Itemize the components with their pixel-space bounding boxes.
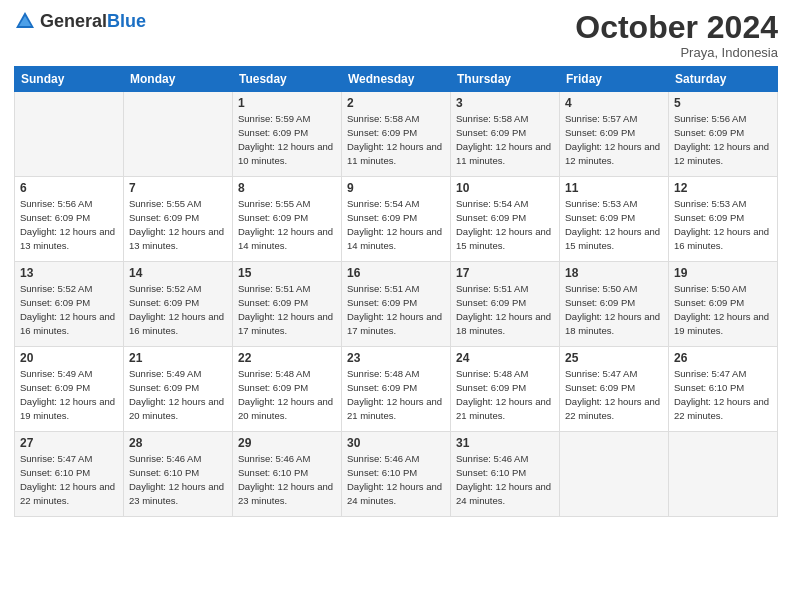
table-row: 6 Sunrise: 5:56 AMSunset: 6:09 PMDayligh… [15,177,124,262]
title-block: October 2024 Praya, Indonesia [575,10,778,60]
day-info: Sunrise: 5:51 AMSunset: 6:09 PMDaylight:… [238,283,333,335]
day-info: Sunrise: 5:58 AMSunset: 6:09 PMDaylight:… [456,113,551,165]
day-info: Sunrise: 5:55 AMSunset: 6:09 PMDaylight:… [129,198,224,250]
logo-general: General [40,11,107,31]
day-number: 23 [347,351,445,365]
day-info: Sunrise: 5:47 AMSunset: 6:09 PMDaylight:… [565,368,660,420]
table-row: 15 Sunrise: 5:51 AMSunset: 6:09 PMDaylig… [233,262,342,347]
table-row: 13 Sunrise: 5:52 AMSunset: 6:09 PMDaylig… [15,262,124,347]
day-number: 15 [238,266,336,280]
day-info: Sunrise: 5:49 AMSunset: 6:09 PMDaylight:… [129,368,224,420]
day-number: 18 [565,266,663,280]
header: GeneralBlue October 2024 Praya, Indonesi… [14,10,778,60]
day-info: Sunrise: 5:46 AMSunset: 6:10 PMDaylight:… [129,453,224,505]
day-info: Sunrise: 5:46 AMSunset: 6:10 PMDaylight:… [238,453,333,505]
table-row: 11 Sunrise: 5:53 AMSunset: 6:09 PMDaylig… [560,177,669,262]
day-number: 29 [238,436,336,450]
day-info: Sunrise: 5:56 AMSunset: 6:09 PMDaylight:… [20,198,115,250]
day-info: Sunrise: 5:54 AMSunset: 6:09 PMDaylight:… [347,198,442,250]
day-number: 20 [20,351,118,365]
page: GeneralBlue October 2024 Praya, Indonesi… [0,0,792,612]
day-number: 25 [565,351,663,365]
col-sunday: Sunday [15,67,124,92]
day-info: Sunrise: 5:48 AMSunset: 6:09 PMDaylight:… [347,368,442,420]
table-row: 10 Sunrise: 5:54 AMSunset: 6:09 PMDaylig… [451,177,560,262]
col-tuesday: Tuesday [233,67,342,92]
day-info: Sunrise: 5:59 AMSunset: 6:09 PMDaylight:… [238,113,333,165]
day-number: 12 [674,181,772,195]
day-number: 6 [20,181,118,195]
col-monday: Monday [124,67,233,92]
day-number: 4 [565,96,663,110]
table-row: 17 Sunrise: 5:51 AMSunset: 6:09 PMDaylig… [451,262,560,347]
day-number: 14 [129,266,227,280]
location: Praya, Indonesia [575,45,778,60]
table-row: 27 Sunrise: 5:47 AMSunset: 6:10 PMDaylig… [15,432,124,517]
logo: GeneralBlue [14,10,146,32]
day-info: Sunrise: 5:47 AMSunset: 6:10 PMDaylight:… [20,453,115,505]
table-row: 22 Sunrise: 5:48 AMSunset: 6:09 PMDaylig… [233,347,342,432]
day-number: 10 [456,181,554,195]
calendar-header-row: Sunday Monday Tuesday Wednesday Thursday… [15,67,778,92]
table-row: 31 Sunrise: 5:46 AMSunset: 6:10 PMDaylig… [451,432,560,517]
table-row: 4 Sunrise: 5:57 AMSunset: 6:09 PMDayligh… [560,92,669,177]
table-row: 24 Sunrise: 5:48 AMSunset: 6:09 PMDaylig… [451,347,560,432]
table-row: 29 Sunrise: 5:46 AMSunset: 6:10 PMDaylig… [233,432,342,517]
day-number: 5 [674,96,772,110]
calendar-week-row: 27 Sunrise: 5:47 AMSunset: 6:10 PMDaylig… [15,432,778,517]
day-info: Sunrise: 5:50 AMSunset: 6:09 PMDaylight:… [565,283,660,335]
day-info: Sunrise: 5:58 AMSunset: 6:09 PMDaylight:… [347,113,442,165]
table-row [124,92,233,177]
day-number: 13 [20,266,118,280]
day-info: Sunrise: 5:51 AMSunset: 6:09 PMDaylight:… [456,283,551,335]
month-title: October 2024 [575,10,778,45]
table-row: 8 Sunrise: 5:55 AMSunset: 6:09 PMDayligh… [233,177,342,262]
day-info: Sunrise: 5:48 AMSunset: 6:09 PMDaylight:… [456,368,551,420]
table-row: 3 Sunrise: 5:58 AMSunset: 6:09 PMDayligh… [451,92,560,177]
table-row [560,432,669,517]
table-row: 7 Sunrise: 5:55 AMSunset: 6:09 PMDayligh… [124,177,233,262]
day-number: 28 [129,436,227,450]
day-info: Sunrise: 5:46 AMSunset: 6:10 PMDaylight:… [456,453,551,505]
col-wednesday: Wednesday [342,67,451,92]
day-number: 31 [456,436,554,450]
table-row: 28 Sunrise: 5:46 AMSunset: 6:10 PMDaylig… [124,432,233,517]
day-number: 26 [674,351,772,365]
logo-text: GeneralBlue [40,11,146,32]
day-number: 19 [674,266,772,280]
table-row: 18 Sunrise: 5:50 AMSunset: 6:09 PMDaylig… [560,262,669,347]
day-info: Sunrise: 5:55 AMSunset: 6:09 PMDaylight:… [238,198,333,250]
day-info: Sunrise: 5:49 AMSunset: 6:09 PMDaylight:… [20,368,115,420]
col-saturday: Saturday [669,67,778,92]
logo-icon [14,10,36,32]
day-info: Sunrise: 5:54 AMSunset: 6:09 PMDaylight:… [456,198,551,250]
table-row: 21 Sunrise: 5:49 AMSunset: 6:09 PMDaylig… [124,347,233,432]
day-number: 17 [456,266,554,280]
calendar-week-row: 13 Sunrise: 5:52 AMSunset: 6:09 PMDaylig… [15,262,778,347]
table-row: 23 Sunrise: 5:48 AMSunset: 6:09 PMDaylig… [342,347,451,432]
table-row: 9 Sunrise: 5:54 AMSunset: 6:09 PMDayligh… [342,177,451,262]
day-info: Sunrise: 5:51 AMSunset: 6:09 PMDaylight:… [347,283,442,335]
day-info: Sunrise: 5:46 AMSunset: 6:10 PMDaylight:… [347,453,442,505]
day-number: 3 [456,96,554,110]
day-number: 11 [565,181,663,195]
day-number: 8 [238,181,336,195]
day-info: Sunrise: 5:57 AMSunset: 6:09 PMDaylight:… [565,113,660,165]
day-info: Sunrise: 5:48 AMSunset: 6:09 PMDaylight:… [238,368,333,420]
day-number: 9 [347,181,445,195]
day-number: 21 [129,351,227,365]
table-row: 5 Sunrise: 5:56 AMSunset: 6:09 PMDayligh… [669,92,778,177]
day-info: Sunrise: 5:52 AMSunset: 6:09 PMDaylight:… [20,283,115,335]
day-info: Sunrise: 5:50 AMSunset: 6:09 PMDaylight:… [674,283,769,335]
day-info: Sunrise: 5:52 AMSunset: 6:09 PMDaylight:… [129,283,224,335]
table-row: 12 Sunrise: 5:53 AMSunset: 6:09 PMDaylig… [669,177,778,262]
day-number: 2 [347,96,445,110]
table-row: 16 Sunrise: 5:51 AMSunset: 6:09 PMDaylig… [342,262,451,347]
day-number: 16 [347,266,445,280]
calendar-week-row: 6 Sunrise: 5:56 AMSunset: 6:09 PMDayligh… [15,177,778,262]
day-number: 30 [347,436,445,450]
table-row [669,432,778,517]
day-number: 27 [20,436,118,450]
day-number: 1 [238,96,336,110]
day-info: Sunrise: 5:56 AMSunset: 6:09 PMDaylight:… [674,113,769,165]
